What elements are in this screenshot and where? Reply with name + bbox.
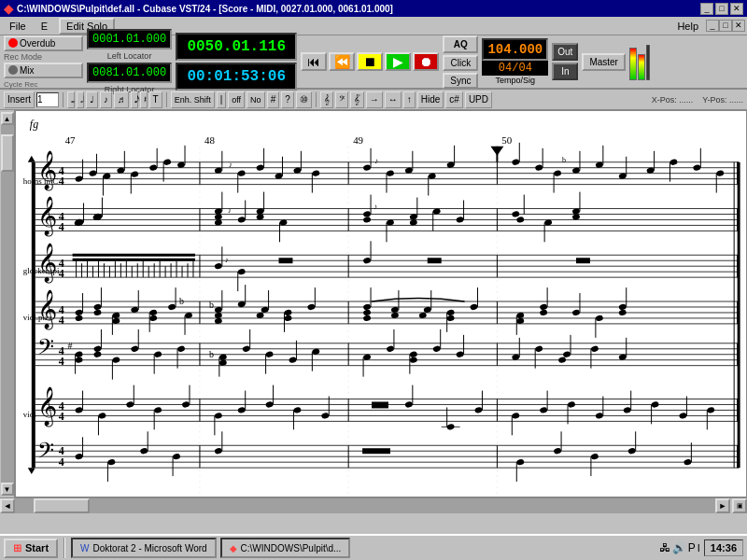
- sub-maximize-button[interactable]: □: [719, 20, 732, 32]
- svg-text:4: 4: [59, 410, 64, 423]
- left-panel: ▲ ▼: [0, 110, 15, 497]
- score-btn2[interactable]: 𝄞: [320, 91, 333, 108]
- svg-rect-178: [576, 258, 590, 263]
- level-meters: [629, 43, 650, 80]
- upd-button[interactable]: UPD: [465, 91, 492, 108]
- note-16th[interactable]: ♬: [114, 91, 129, 108]
- click-button[interactable]: Click: [443, 55, 478, 71]
- divider-1: [63, 92, 63, 107]
- meter-peak: [646, 45, 650, 80]
- score-area: fg 47 48 49 50 horns in C: [15, 110, 747, 497]
- h-scroll-thumb[interactable]: [34, 498, 90, 513]
- divider-2: [166, 92, 167, 107]
- score-svg: fg 47 48 49 50 horns in C: [16, 111, 746, 497]
- score-btn6[interactable]: ↔: [385, 91, 402, 108]
- svg-rect-394: [362, 448, 390, 454]
- position-display[interactable]: 0050.01.116: [176, 33, 297, 61]
- bar-btn[interactable]: |: [217, 91, 227, 108]
- out-button[interactable]: Out: [552, 43, 578, 61]
- rewind-button[interactable]: ⏪: [329, 52, 355, 71]
- play-button[interactable]: ▶: [385, 52, 411, 71]
- hash-btn[interactable]: #: [267, 91, 280, 108]
- menu-file[interactable]: File: [2, 19, 34, 34]
- sub-close-button[interactable]: ✕: [732, 20, 745, 32]
- tempo-display[interactable]: 104.000: [482, 38, 548, 61]
- svg-rect-405: [32, 162, 35, 468]
- time-display[interactable]: 00:01:53:06: [176, 63, 297, 91]
- word-icon: W: [80, 543, 89, 553]
- aq-button[interactable]: AQ: [443, 35, 478, 53]
- sub-minimize-button[interactable]: _: [706, 20, 719, 32]
- note-whole[interactable]: 𝅝: [67, 91, 75, 108]
- no-btn[interactable]: No: [247, 91, 265, 108]
- xpos-label: X-Pos: ......: [652, 95, 694, 105]
- v-scroll-thumb[interactable]: [1, 134, 14, 172]
- question-btn[interactable]: ?: [281, 91, 294, 108]
- score-btn7[interactable]: ↑: [403, 91, 416, 108]
- taskbar-item-word[interactable]: W Doktorat 2 - Microsoft Word: [71, 538, 217, 558]
- maximize-button[interactable]: □: [715, 3, 728, 15]
- rewind-to-start-button[interactable]: ⏮: [301, 52, 327, 71]
- scroll-right-button[interactable]: ►: [715, 498, 730, 513]
- master-button[interactable]: Master: [582, 53, 626, 71]
- overdub-button[interactable]: Overdub: [4, 35, 83, 51]
- scroll-up-button[interactable]: ▲: [1, 112, 14, 125]
- svg-text:♪: ♪: [374, 157, 378, 165]
- system-icon2: I: [698, 542, 700, 553]
- in-button[interactable]: In: [552, 63, 578, 80]
- sync-button[interactable]: Sync: [443, 73, 478, 89]
- minimize-button[interactable]: _: [700, 3, 713, 15]
- menu-edit[interactable]: E: [34, 19, 55, 34]
- svg-text:♪: ♪: [229, 161, 233, 169]
- main-window: ◆ C:\WINDOWS\Pulpit\def.all - Cubase VST…: [0, 0, 747, 534]
- hide-button[interactable]: Hide: [417, 91, 444, 108]
- text-tool[interactable]: T: [149, 91, 162, 108]
- out-in-buttons: Out In: [552, 43, 578, 80]
- aq-group: AQ Click Sync: [443, 35, 478, 89]
- mix-label: Mix: [20, 65, 35, 76]
- stop-button[interactable]: ⏹: [357, 52, 383, 71]
- insert-value-input[interactable]: [36, 92, 59, 107]
- off-btn[interactable]: off: [228, 91, 245, 108]
- c-button[interactable]: c#: [445, 91, 463, 108]
- svg-text:♪: ♪: [374, 203, 377, 211]
- close-button[interactable]: ✕: [730, 3, 743, 15]
- rest-tool[interactable]: 𝄽: [140, 91, 148, 108]
- svg-text:♪: ♪: [225, 256, 229, 264]
- score-btn4[interactable]: 𝄟: [350, 91, 364, 108]
- score-btn5[interactable]: →: [366, 91, 383, 108]
- timesig-display[interactable]: 04/04: [482, 61, 548, 76]
- note-quarter[interactable]: ♩: [86, 91, 98, 108]
- svg-text:4: 4: [59, 314, 64, 327]
- svg-text:𝄞: 𝄞: [37, 289, 57, 330]
- svg-text:4: 4: [59, 355, 64, 368]
- taskbar-item-cubase[interactable]: ◆ C:\WINDOWS\Pulpit\d...: [220, 538, 351, 558]
- note-half[interactable]: 𝅗𝅥: [77, 91, 84, 108]
- left-locator-display[interactable]: 0001.01.000: [87, 29, 172, 49]
- mix-button[interactable]: Mix: [4, 63, 83, 78]
- enh-shift-btn[interactable]: Enh. Shift: [171, 91, 215, 108]
- clock: 14:36: [704, 539, 743, 556]
- start-button[interactable]: ⊞ Start: [4, 539, 58, 558]
- score-btn3[interactable]: 𝄢: [335, 91, 348, 108]
- svg-text:48: 48: [204, 134, 215, 146]
- menu-help[interactable]: Help: [669, 19, 706, 34]
- note-32nd[interactable]: 𝅘𝅥𝅯: [131, 91, 138, 108]
- record-button[interactable]: ⏺: [413, 52, 439, 71]
- v-scroll-track: [1, 125, 14, 483]
- svg-text:𝄞: 𝄞: [37, 243, 57, 284]
- left-locator-label: Left Locator: [87, 51, 172, 61]
- note-eighth[interactable]: ♪: [100, 91, 112, 108]
- svg-text:4: 4: [59, 175, 64, 188]
- right-locator-display[interactable]: 0081.01.000: [87, 63, 172, 83]
- svg-text:b: b: [209, 300, 214, 310]
- scroll-corner-button[interactable]: ▣: [732, 498, 747, 513]
- title-bar-left: ◆ C:\WINDOWS\Pulpit\def.all - Cubase VST…: [4, 2, 393, 16]
- scroll-down-button[interactable]: ▼: [1, 483, 14, 496]
- left-locator-group: 0001.01.000 Left Locator 0081.01.000 Rig…: [87, 29, 172, 94]
- extra1-btn[interactable]: ⑩: [296, 91, 312, 108]
- svg-text:4: 4: [59, 267, 64, 280]
- scroll-left-button[interactable]: ◄: [0, 498, 15, 513]
- insert-label[interactable]: Insert: [4, 91, 35, 108]
- svg-text:♪: ♪: [228, 206, 232, 215]
